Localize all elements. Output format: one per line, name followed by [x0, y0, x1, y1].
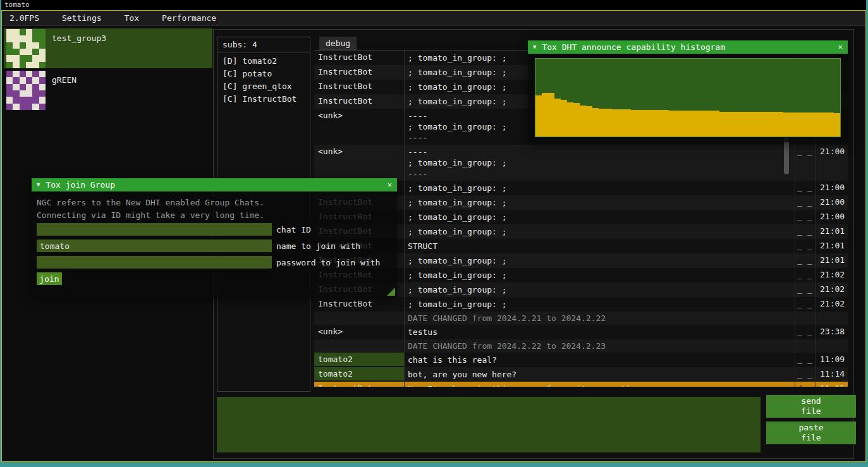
- group-item-test_group3[interactable]: test_group3: [4, 28, 212, 68]
- message-text: STRUCT: [404, 239, 796, 253]
- join-group-window: ▼ Tox join Group ✕ NGC refers to the New…: [32, 178, 397, 298]
- group-avatar: [6, 71, 46, 110]
- join-window-title: Tox join Group: [46, 178, 115, 191]
- paste-file-button[interactable]: paste file: [766, 422, 856, 444]
- menu-item-tox[interactable]: Tox: [117, 11, 147, 26]
- histogram-bar: [675, 111, 682, 136]
- message-flags: _ _: [796, 282, 816, 296]
- histogram-bar: [713, 111, 719, 136]
- collapse-arrow-icon[interactable]: ▼: [37, 178, 40, 191]
- histogram-bar: [631, 110, 637, 136]
- histogram-bar: [764, 112, 771, 136]
- resize-grip[interactable]: [387, 288, 395, 296]
- message-time: 21:00: [816, 145, 848, 158]
- message-time: 21:01: [816, 224, 848, 238]
- join-window-body: NGC refers to the New DHT enabled Group …: [32, 191, 397, 298]
- message-flags: _ _: [796, 253, 816, 267]
- message-text: ; tomato_in_group: ;: [404, 210, 796, 224]
- message-time: 21:02: [816, 268, 848, 281]
- dht-window-body: [528, 54, 848, 142]
- histogram-bar: [739, 112, 745, 136]
- dht-window-title: Tox DHT announce capability histogram: [542, 40, 725, 54]
- close-icon[interactable]: ✕: [388, 178, 392, 191]
- message-time: [816, 339, 848, 343]
- dht-histogram-window: ▼ Tox DHT announce capability histogram …: [528, 40, 848, 142]
- histogram-bar: [656, 110, 663, 136]
- message-text: ; tomato_in_group: ;: [404, 195, 796, 210]
- histogram-bar: [535, 95, 542, 136]
- join-password-label: password to join with: [276, 258, 380, 267]
- member-list: [D] tomato2[C] potato[C] green_qtox[C] I…: [217, 52, 310, 106]
- histogram-bar: [821, 112, 828, 136]
- member-item[interactable]: [C] green_qtox: [217, 80, 310, 93]
- message-flags: [796, 312, 816, 315]
- message-row: <unk>testus_ _23:38: [314, 325, 848, 339]
- histogram-bar: [707, 111, 713, 136]
- dht-window-titlebar[interactable]: ▼ Tox DHT announce capability histogram …: [528, 40, 848, 54]
- message-sender: InstructBot: [314, 94, 404, 107]
- member-item[interactable]: [D] tomato2: [217, 55, 310, 68]
- message-text: ; tomato_in_group: ;: [404, 282, 796, 297]
- histogram-bar: [726, 112, 732, 136]
- menu-item-performance[interactable]: Performance: [154, 11, 224, 26]
- chat-id-input[interactable]: [37, 223, 272, 236]
- menu-item-2-0fps[interactable]: 2.0FPS: [2, 11, 47, 26]
- window-title: tomato: [4, 1, 30, 9]
- collapse-arrow-icon[interactable]: ▼: [533, 40, 536, 54]
- message-flags: _ _: [796, 224, 816, 238]
- wm-titlebar: tomato: [1, 0, 866, 10]
- message-flags: _ _: [796, 268, 816, 281]
- join-name-input[interactable]: [37, 240, 272, 252]
- histogram-bar: [700, 111, 707, 136]
- message-row: DATE CHANGED from 2024.2.22 to 2024.2.23: [314, 339, 848, 353]
- message-text: testus: [404, 325, 796, 339]
- histogram-bar: [694, 111, 700, 136]
- histogram-bar: [682, 111, 688, 136]
- join-button[interactable]: join: [37, 272, 62, 285]
- message-sender: <unk>: [314, 109, 404, 122]
- message-row: tomato2chat is this real?_ _11:09: [314, 353, 848, 367]
- message-text: chat is this real?: [404, 353, 796, 367]
- message-flags: _ _: [796, 367, 816, 380]
- histogram-bar: [790, 112, 796, 136]
- histogram-bar: [644, 110, 650, 136]
- histogram-bar: [669, 111, 675, 136]
- message-time: 21:01: [816, 239, 848, 252]
- histogram-bar: [612, 109, 618, 136]
- histogram-bar: [625, 109, 631, 136]
- message-time: 21:02: [816, 297, 848, 310]
- menu-item-settings[interactable]: Settings: [54, 11, 109, 26]
- join-info-line2: Connecting via ID might take a very long…: [37, 210, 264, 220]
- group-item-gREEN[interactable]: gREEN: [4, 70, 212, 110]
- send-file-button[interactable]: send file: [766, 395, 856, 418]
- histogram-bar: [745, 112, 752, 136]
- message-sender: InstructBot: [314, 65, 404, 78]
- join-window-titlebar[interactable]: ▼ Tox join Group ✕: [32, 178, 397, 191]
- close-icon[interactable]: ✕: [838, 40, 843, 54]
- histogram-bar: [663, 110, 669, 136]
- member-item[interactable]: [C] potato: [217, 68, 310, 80]
- join-password-input[interactable]: [37, 256, 272, 269]
- message-row: DATE CHANGED from 2024.2.21 to 2024.2.22: [314, 312, 848, 325]
- message-text: bot, are you new here?: [404, 367, 796, 382]
- message-flags: _ _: [796, 239, 816, 252]
- histogram-bar: [828, 112, 834, 136]
- message-time: 11:15: [816, 382, 848, 387]
- menu-bar: 2.0FPSSettingsToxPerformance: [2, 11, 865, 26]
- histogram-bar: [758, 112, 764, 136]
- message-sender: InstructBot: [314, 51, 404, 64]
- histogram-bar: [548, 93, 554, 136]
- message-sender: InstructBot: [314, 297, 404, 310]
- histogram-bar: [592, 108, 599, 137]
- message-text: DATE CHANGED from 2024.2.22 to 2024.2.23: [404, 339, 796, 353]
- message-sender: [314, 339, 404, 343]
- histogram-bar: [688, 111, 694, 136]
- histogram-bar: [796, 112, 802, 136]
- member-item[interactable]: [C] InstructBot: [217, 93, 310, 106]
- message-input[interactable]: [217, 397, 761, 452]
- tab-debug[interactable]: debug: [319, 37, 357, 50]
- message-text: No, I've been in this group for quite so…: [404, 382, 796, 387]
- message-row: InstructBotNo, I've been in this group f…: [314, 382, 848, 387]
- message-flags: d: [796, 382, 816, 387]
- message-sender: <unk>: [314, 325, 404, 338]
